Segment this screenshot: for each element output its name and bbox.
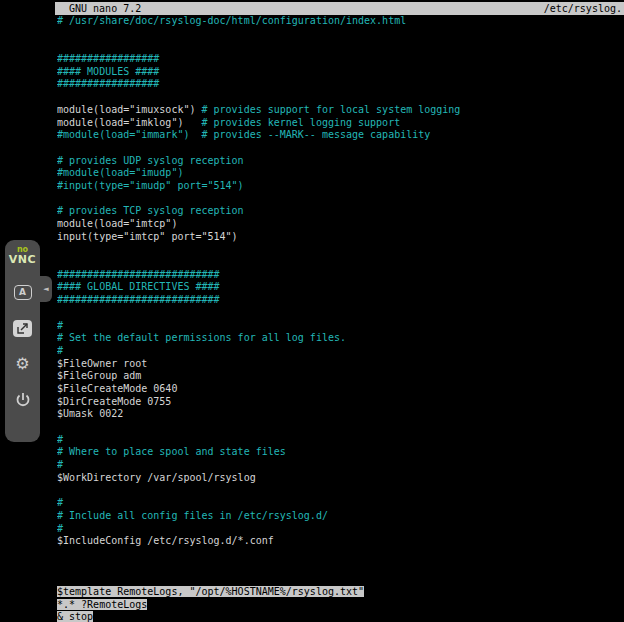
terminal-line (57, 548, 624, 561)
terminal-line (57, 573, 624, 586)
drag-viewport-button[interactable] (10, 315, 36, 341)
nano-filename: /etc/rsyslog. (544, 2, 622, 15)
terminal-line: #module(load="imudp") (57, 167, 624, 180)
terminal-line: #input(type="imudp" port="514") (57, 180, 624, 193)
terminal-line (57, 40, 624, 53)
terminal-line (57, 142, 624, 155)
terminal-line (57, 193, 624, 206)
terminal-line: input(type="imtcp" port="514") (57, 231, 624, 244)
terminal-line: #### GLOBAL DIRECTIVES #### (57, 281, 624, 294)
control-bar-handle[interactable]: ◄ (40, 276, 52, 302)
terminal-line: ########################### (57, 269, 624, 282)
terminal-line: $FileGroup adm (57, 370, 624, 383)
terminal-line: module(load="imklog") # provides kernel … (57, 117, 624, 130)
terminal-line: # provides TCP syslog reception (57, 205, 624, 218)
terminal-line: # (57, 434, 624, 447)
novnc-logo-vnc: VNC (9, 254, 36, 265)
terminal-line: # (57, 497, 624, 510)
terminal-line: ################# (57, 53, 624, 66)
terminal-line (57, 243, 624, 256)
terminal-line: # provides UDP syslog reception (57, 155, 624, 168)
terminal-line: # (57, 320, 624, 333)
terminal-line: module(load="imtcp") (57, 218, 624, 231)
collapse-arrow-icon: ◄ (43, 285, 48, 293)
terminal-line: ########################### (57, 294, 624, 307)
gear-icon: ⚙ (15, 356, 29, 372)
terminal-line: # Include all config files in /etc/rsysl… (57, 510, 624, 523)
terminal-line: #module(load="immark") # provides --MARK… (57, 129, 624, 142)
terminal-line: # /usr/share/doc/rsyslog-doc/html/config… (57, 15, 624, 28)
vnc-control-panel: no VNC A ⚙ (5, 240, 40, 442)
terminal-line: & stop (57, 611, 624, 622)
terminal-line: module(load="imuxsock") # provides suppo… (57, 104, 624, 117)
terminal-line: $WorkDirectory /var/spool/rsyslog (57, 472, 624, 485)
terminal-line: # (57, 459, 624, 472)
terminal-line: $IncludeConfig /etc/rsyslog.d/*.conf (57, 535, 624, 548)
disconnect-button[interactable] (10, 387, 36, 413)
terminal-line: # (57, 345, 624, 358)
terminal-line (57, 28, 624, 41)
novnc-logo: no VNC (9, 246, 36, 265)
terminal-line (57, 421, 624, 434)
desktop: no VNC A ⚙ ◄ (0, 0, 624, 622)
terminal-line: $FileCreateMode 0640 (57, 383, 624, 396)
terminal-line (57, 561, 624, 574)
terminal-line (57, 91, 624, 104)
terminal-line: *.* ?RemoteLogs (57, 599, 624, 612)
terminal-line: $DirCreateMode 0755 (57, 396, 624, 409)
terminal-line: #### MODULES #### (57, 66, 624, 79)
power-icon (15, 392, 31, 408)
settings-button[interactable]: ⚙ (10, 351, 36, 377)
nano-titlebar: GNU nano 7.2 /etc/rsyslog. (55, 2, 624, 15)
terminal[interactable]: GNU nano 7.2 /etc/rsyslog. # /usr/share/… (55, 0, 624, 622)
keyboard-a-icon: A (14, 285, 32, 300)
terminal-line: $FileOwner root (57, 358, 624, 371)
terminal-line: ################# (57, 78, 624, 91)
terminal-line: $template RemoteLogs, "/opt/%HOSTNAME%/r… (57, 586, 624, 599)
terminal-line (57, 307, 624, 320)
drag-viewport-icon (13, 320, 32, 337)
terminal-line: # Where to place spool and state files (57, 446, 624, 459)
terminal-line: # (57, 523, 624, 536)
extra-keys-button[interactable]: A (10, 279, 36, 305)
nano-version: GNU nano 7.2 (69, 2, 141, 15)
terminal-line (57, 484, 624, 497)
terminal-line: # Set the default permissions for all lo… (57, 332, 624, 345)
terminal-line: $Umask 0022 (57, 408, 624, 421)
editor-buffer: # /usr/share/doc/rsyslog-doc/html/config… (57, 15, 624, 622)
terminal-line (57, 256, 624, 269)
